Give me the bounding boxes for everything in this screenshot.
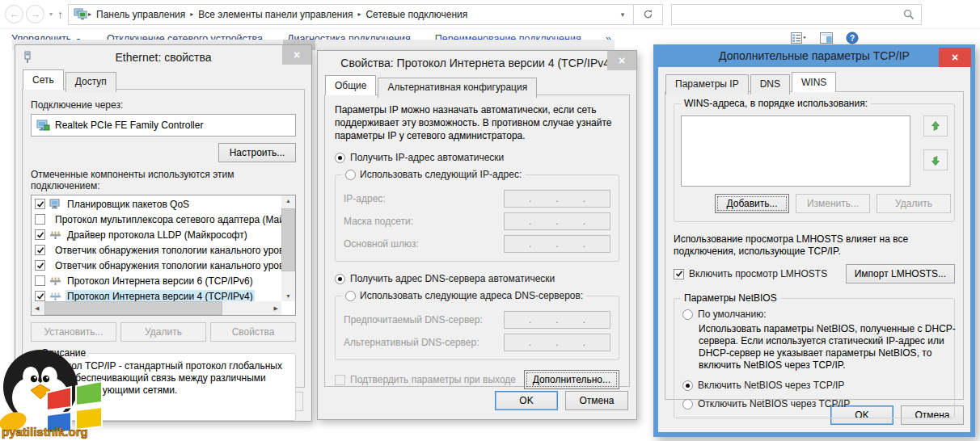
move-down-button[interactable] xyxy=(923,149,948,170)
breadcrumb-item-all-items[interactable]: Все элементы панели управления xyxy=(193,9,357,20)
alternate-dns-field[interactable]: . . . xyxy=(504,334,610,351)
radio-netbios-enable-label: Включить NetBIOS через TCP/IP xyxy=(698,380,844,391)
component-checkbox[interactable] xyxy=(35,199,45,209)
tab-sharing[interactable]: Доступ xyxy=(65,72,116,92)
radio-netbios-enable[interactable]: Включить NetBIOS через TCP/IP xyxy=(682,380,946,391)
edit-button[interactable]: Изменить... xyxy=(796,194,870,213)
tab-ip-settings[interactable]: Параметры IP xyxy=(665,74,749,94)
components-list[interactable]: Планировщик пакетов QoS Протокол мультип… xyxy=(31,195,296,316)
radio-auto-dns-circle[interactable] xyxy=(335,274,345,284)
gateway-field[interactable]: . . . xyxy=(504,235,610,253)
remove-button[interactable]: Удалить xyxy=(120,322,206,342)
close-icon[interactable]: × xyxy=(939,48,971,67)
tab-wins[interactable]: WINS xyxy=(792,72,836,92)
close-icon[interactable]: × xyxy=(607,51,636,70)
recent-pages-chevron-icon[interactable]: ▾ xyxy=(49,10,53,18)
radio-static-dns-circle[interactable] xyxy=(345,291,356,301)
radio-static-dns[interactable]: Использовать следующие адреса DNS-сервер… xyxy=(342,290,586,301)
ethernet-device-icon xyxy=(23,51,32,64)
properties-button[interactable]: Свойства xyxy=(210,322,296,342)
refresh-button[interactable] xyxy=(634,4,663,25)
install-button[interactable]: Установить... xyxy=(31,322,116,342)
component-row[interactable]: Ответчик обнаружения топологии канальног… xyxy=(32,242,281,258)
component-row[interactable]: Драйвер протокола LLDP (Майкрософт) xyxy=(32,227,281,242)
validate-checkbox[interactable] xyxy=(335,375,345,385)
tab-network[interactable]: Сеть xyxy=(23,69,64,90)
radio-static-ip-circle[interactable] xyxy=(345,170,356,180)
wins-address-list[interactable] xyxy=(681,116,910,187)
advanced-button[interactable]: Дополнительно... xyxy=(524,370,619,389)
component-checkbox[interactable] xyxy=(35,291,45,301)
back-icon[interactable]: ← xyxy=(5,5,23,23)
component-checkbox[interactable] xyxy=(35,260,45,271)
component-row[interactable]: Планировщик пакетов QoS xyxy=(32,196,281,212)
component-checkbox[interactable] xyxy=(35,245,45,255)
scroll-down-icon[interactable]: ▼ xyxy=(285,293,291,299)
add-button[interactable]: Добавить... xyxy=(715,194,789,213)
configure-button[interactable]: Настроить... xyxy=(218,143,296,162)
component-row[interactable]: Ответчик обнаружения топологии канальног… xyxy=(32,258,281,273)
tab-alternate-config[interactable]: Альтернативная конфигурация xyxy=(378,78,537,98)
view-list-icon xyxy=(791,32,807,44)
breadcrumb-item-control-panel[interactable]: Панель управления xyxy=(91,9,190,20)
move-up-button[interactable] xyxy=(923,116,948,136)
component-checkbox[interactable] xyxy=(35,275,45,286)
component-checkbox[interactable] xyxy=(35,214,45,225)
radio-auto-ip[interactable]: Получить IP-адрес автоматически xyxy=(335,152,619,163)
address-bar[interactable]: ▸ Панель управления ▸ Все элементы панел… xyxy=(68,4,634,25)
components-label: Отмеченные компоненты используются этим … xyxy=(31,169,296,191)
forward-icon[interactable]: → xyxy=(26,5,44,23)
ok-button[interactable]: OK xyxy=(495,391,558,410)
breadcrumb-item-network-connections[interactable]: Сетевые подключения xyxy=(361,9,472,20)
ipv4-dialog-title: Свойства: Протокол Интернета версии 4 (T… xyxy=(340,57,613,69)
view-list-button[interactable] xyxy=(791,32,807,46)
ethernet-dialog-titlebar[interactable]: Ethernet: свойства × xyxy=(15,45,311,69)
radio-netbios-disable-circle[interactable] xyxy=(682,399,693,410)
preferred-dns-label: Предпочитаемый DNS-сервер: xyxy=(344,314,504,326)
radio-static-ip-label: Использовать следующий IP-адрес: xyxy=(360,169,522,180)
preview-pane-icon xyxy=(820,32,833,44)
advanced-dialog-titlebar[interactable]: Дополнительные параметры TCP/IP xyxy=(653,44,975,67)
scroll-right-icon[interactable]: ▶ xyxy=(274,305,278,312)
close-icon[interactable]: × xyxy=(282,45,311,65)
radio-netbios-default-circle[interactable] xyxy=(682,309,693,320)
address-dropdown-chevron-icon[interactable]: ▾ xyxy=(614,10,632,19)
tab-general[interactable]: Общие xyxy=(325,75,376,95)
ip-address-field[interactable]: . . . xyxy=(504,190,610,208)
component-checkbox[interactable] xyxy=(35,229,45,240)
preview-pane-button[interactable] xyxy=(820,32,833,46)
tab-dns[interactable]: DNS xyxy=(750,74,790,94)
cancel-button[interactable]: Отмена xyxy=(565,391,628,410)
import-lmhosts-button[interactable]: Импорт LMHOSTS... xyxy=(846,264,955,284)
search-box[interactable] xyxy=(671,4,922,25)
adapter-name: Realtek PCIe FE Family Controller xyxy=(55,120,203,131)
wins-tab-panel: WINS-адреса, в порядке использования: xyxy=(665,91,964,400)
component-row[interactable]: Протокол мультиплексора сетевого адаптер… xyxy=(32,212,281,227)
subnet-mask-field[interactable]: . . . xyxy=(504,212,610,230)
preferred-dns-field[interactable]: . . . xyxy=(504,311,610,329)
ipv4-dialog-titlebar[interactable]: Свойства: Протокол Интернета версии 4 (T… xyxy=(318,51,636,75)
lmhosts-checkbox[interactable] xyxy=(674,269,684,279)
radio-auto-ip-circle[interactable] xyxy=(335,153,345,163)
lmhosts-row: Включить просмотр LMHOSTS Импорт LMHOSTS… xyxy=(674,264,955,284)
help-icon: ? xyxy=(846,32,859,44)
horizontal-scrollbar-thumb[interactable] xyxy=(44,301,222,315)
radio-static-ip[interactable]: Использовать следующий IP-адрес: xyxy=(342,169,525,180)
up-icon[interactable]: ↑ xyxy=(57,8,63,21)
radio-netbios-enable-circle[interactable] xyxy=(682,380,693,391)
arrow-up-icon xyxy=(930,120,941,132)
connect-through-label: Подключение через: xyxy=(31,99,296,111)
ethernet-dialog-title: Ethernet: свойства xyxy=(115,51,211,64)
gateway-label: Основной шлюз: xyxy=(344,238,504,250)
component-row[interactable]: Протокол Интернета версии 6 (TCP/IPv6) xyxy=(32,273,281,288)
scroll-left-icon[interactable]: ◀ xyxy=(35,305,39,312)
radio-netbios-default[interactable]: По умолчанию: xyxy=(682,309,946,320)
delete-button[interactable]: Удалить xyxy=(877,194,951,213)
search-input[interactable] xyxy=(672,6,903,23)
radio-auto-dns[interactable]: Получить адрес DNS-сервера автоматически xyxy=(335,273,619,284)
component-label: Драйвер протокола LLDP (Майкрософт) xyxy=(65,229,249,242)
vertical-scrollbar-thumb[interactable] xyxy=(281,208,295,271)
radio-netbios-disable[interactable]: Отключить NetBIOS через TCP/IP xyxy=(682,398,946,410)
scroll-up-icon[interactable]: ▲ xyxy=(285,198,291,204)
validate-checkbox-label: Подтвердить параметры при выходе xyxy=(350,374,516,385)
